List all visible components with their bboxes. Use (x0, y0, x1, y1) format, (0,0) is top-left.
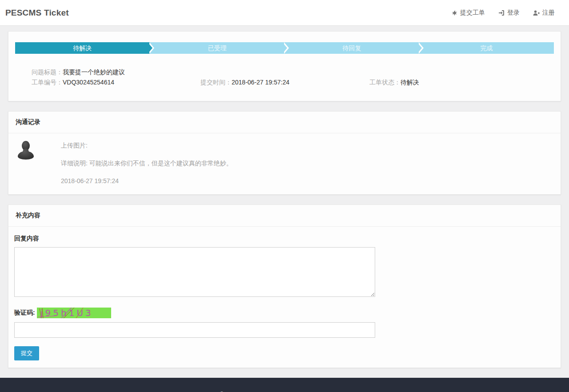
captcha-input[interactable] (14, 322, 375, 338)
nav-register[interactable]: 注册 (533, 9, 555, 17)
progress-step-pending: 待解决 (15, 42, 150, 54)
reply-form: 回复内容 验证码: j95h1U3 提交 (8, 227, 561, 368)
register-icon (533, 10, 540, 16)
nav-register-label: 注册 (542, 9, 555, 17)
ticket-info: 问题标题： 我要提一个绝妙的建议 工单编号： VDQ30245254614 提交… (15, 67, 554, 88)
sign-in-icon (498, 10, 505, 16)
site-title: PESCMS Ticket (5, 8, 69, 18)
nav-login[interactable]: 登录 (498, 9, 520, 17)
record-entry: 上传图片: 详细说明: 可能说出来你们不信，但是这个建议真的非常绝妙。 2018… (8, 133, 561, 194)
progress-step-accepted: 已受理 (150, 42, 284, 54)
communication-record-title: 沟通记录 (8, 112, 561, 133)
nav-login-label: 登录 (507, 9, 520, 17)
supplement-card: 补充内容 回复内容 验证码: j95h1U3 提交 (8, 204, 561, 368)
ticket-number-value: VDQ30245254614 (63, 77, 114, 88)
supplement-title: 补充内容 (8, 205, 561, 227)
ticket-title-value: 我要提一个绝妙的建议 (63, 67, 125, 77)
submit-ticket-icon (451, 10, 457, 16)
footer: © Copyright 2015-2018. Power by PESCMS T… (0, 378, 569, 392)
main-content: 待解决 已受理 待回复 完成 问题标题： 我要提一个绝妙的建议 工单编号： VD… (0, 26, 569, 378)
reply-content-textarea[interactable] (14, 247, 375, 297)
captcha-label: 验证码: (14, 309, 35, 317)
ticket-time-label: 提交时间： (200, 77, 232, 88)
ticket-submit-time: 提交时间： 2018-06-27 19:57:24 (200, 77, 369, 88)
progress-step-awaiting-reply: 待回复 (284, 42, 419, 54)
top-nav: 提交工单 登录 注册 (451, 9, 555, 17)
submit-button[interactable]: 提交 (14, 346, 39, 360)
communication-record-card: 沟通记录 上传图片: 详细说明: 可能说出来你们不信，但是这个建议真的非常绝妙。 (8, 111, 561, 195)
captcha-text: j95h1U3 (40, 308, 93, 318)
record-body: 上传图片: 详细说明: 可能说出来你们不信，但是这个建议真的非常绝妙。 2018… (61, 140, 232, 184)
ticket-status-value: 待解决 (401, 77, 419, 88)
avatar (15, 140, 36, 161)
reply-content-label: 回复内容 (14, 235, 554, 243)
captcha-row: 验证码: j95h1U3 (14, 308, 554, 318)
record-detail: 详细说明: 可能说出来你们不信，但是这个建议真的非常绝妙。 (61, 160, 232, 168)
ticket-title: 问题标题： 我要提一个绝妙的建议 (32, 67, 125, 77)
ticket-status: 工单状态： 待解决 (369, 77, 419, 88)
ticket-time-value: 2018-06-27 19:57:24 (232, 77, 289, 88)
ticket-number-label: 工单编号： (32, 77, 63, 88)
nav-submit-ticket-label: 提交工单 (460, 9, 485, 17)
ticket-number: 工单编号： VDQ30245254614 (32, 77, 200, 88)
header: PESCMS Ticket 提交工单 登录 (0, 0, 569, 26)
ticket-status-card: 待解决 已受理 待回复 完成 问题标题： 我要提一个绝妙的建议 工单编号： VD… (8, 31, 561, 101)
ticket-status-label: 工单状态： (369, 77, 401, 88)
ticket-progress-bar: 待解决 已受理 待回复 完成 (15, 42, 554, 54)
record-upload-label: 上传图片: (61, 142, 232, 150)
progress-step-done: 完成 (419, 42, 554, 54)
record-timestamp: 2018-06-27 19:57:24 (61, 177, 232, 184)
ticket-title-label: 问题标题： (32, 67, 63, 77)
captcha-image[interactable]: j95h1U3 (37, 308, 111, 318)
nav-submit-ticket[interactable]: 提交工单 (451, 9, 485, 17)
